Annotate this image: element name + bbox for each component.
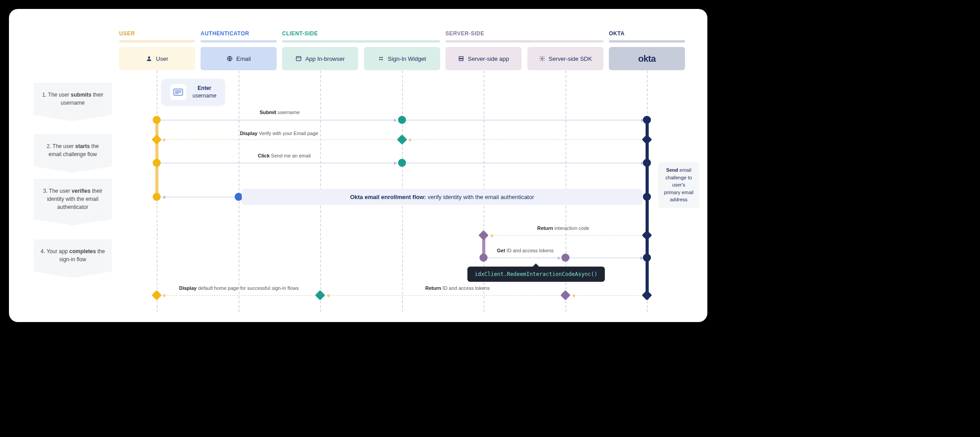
msg-get-tokens-label: Get ID and access tokens (497, 248, 554, 253)
node-sdk-get (561, 254, 569, 262)
svg-point-5 (380, 59, 381, 60)
msg-return-tokens-arrow-2 (572, 295, 642, 296)
step-1: 1. The user submits their username (34, 83, 112, 115)
node-user-verify (152, 135, 162, 145)
msg-submit-label: Submit username (260, 110, 300, 115)
svg-point-6 (381, 59, 383, 60)
msg-submit-arrow-2 (407, 120, 644, 120)
lane-widget: Sign-In Widget (364, 47, 440, 70)
node-sdk-ret (561, 290, 571, 301)
msg-display-home-arrow (163, 295, 315, 296)
msg-display-verify-arrow-2 (408, 140, 641, 140)
flow-left-arrow (163, 197, 234, 197)
svg-point-0 (148, 56, 150, 59)
node-user-flow (153, 193, 161, 201)
step-4: 4. Your app completes the sign-in flow (34, 239, 112, 272)
window-icon (295, 55, 302, 62)
gear-icon (539, 55, 545, 62)
svg-point-3 (380, 57, 381, 58)
svg-point-4 (381, 57, 383, 58)
node-okta-code (642, 230, 652, 241)
lane-email: Email (201, 47, 277, 70)
svg-rect-7 (459, 56, 463, 58)
node-widget-verify (397, 135, 407, 145)
enrollment-flow-bar: Okta email enrollment flow: verify ident… (242, 189, 642, 205)
node-okta-get (643, 254, 651, 262)
lifeline-email (239, 71, 240, 312)
msg-click-send-arrow (160, 163, 397, 163)
send-email-note: Send email challenge to user's primary e… (658, 162, 699, 208)
grid-icon (378, 55, 384, 62)
msg-click-send-label: Click Send me an email (258, 153, 311, 158)
col-client-label: CLIENT-SIDE (282, 30, 318, 37)
node-okta-verify (642, 135, 652, 145)
svg-point-9 (541, 58, 543, 59)
lane-browser: App In-browser (282, 47, 358, 70)
node-user-submit (153, 116, 161, 124)
node-widget-submit (398, 116, 406, 124)
lane-app: Server-side app (445, 47, 522, 70)
sequence-diagram: USER AUTHENTICATOR CLIENT-SIDE SERVER-SI… (9, 9, 707, 322)
node-app-get (479, 254, 488, 262)
node-okta-submit (643, 116, 651, 124)
col-okta-label: OKTA (609, 30, 625, 37)
col-okta-bar (609, 40, 685, 42)
col-server-bar (445, 40, 603, 42)
col-auth-label: AUTHENTICATOR (201, 30, 249, 37)
node-user-home (152, 290, 162, 301)
person-icon (146, 55, 152, 62)
col-server-label: SERVER-SIDE (445, 30, 484, 37)
svg-rect-8 (459, 59, 463, 61)
node-okta-flow (643, 193, 651, 201)
okta-logo-icon: okta (638, 54, 655, 64)
node-widget-click (398, 159, 406, 167)
col-user-bar (119, 40, 195, 42)
msg-return-tokens-arrow (327, 295, 560, 296)
msg-display-verify-label: Display Verify with your Email page (240, 131, 318, 136)
node-browser-home (315, 290, 325, 301)
msg-return-code-label: Return interaction code (537, 225, 589, 231)
msg-display-home-label: Display default home page for successful… (179, 285, 299, 291)
lane-user: User (119, 47, 195, 70)
col-client-bar (282, 40, 440, 42)
code-tooltip: idxClient.RedeemInteractionCodeAsync() (467, 267, 605, 282)
server-icon (458, 55, 464, 62)
form-icon (170, 84, 186, 100)
lane-sdk: Server-side SDK (527, 47, 603, 70)
col-user-label: USER (119, 30, 135, 37)
step-3: 3. The user verifies their identity with… (34, 179, 112, 219)
msg-get-tokens-arrow (487, 258, 561, 258)
msg-display-verify-arrow (163, 140, 397, 140)
step-2: 2. The user starts the email challenge f… (34, 134, 112, 166)
msg-return-code-arrow (490, 235, 642, 236)
msg-click-send-arrow-2 (407, 163, 644, 163)
node-okta-click (643, 159, 651, 167)
msg-get-tokens-arrow-2 (569, 258, 643, 258)
node-user-click (153, 159, 161, 167)
globe-icon (227, 55, 233, 62)
node-app-code (479, 230, 489, 241)
svg-rect-2 (296, 56, 301, 60)
enter-username-card: Enterusername (161, 79, 225, 106)
activation-user (155, 116, 158, 200)
msg-submit-arrow (160, 120, 397, 120)
col-auth-bar (201, 40, 277, 42)
lane-okta: okta (609, 47, 685, 70)
msg-return-tokens-label: Return ID and access tokens (425, 285, 490, 291)
node-okta-ret (642, 290, 652, 301)
